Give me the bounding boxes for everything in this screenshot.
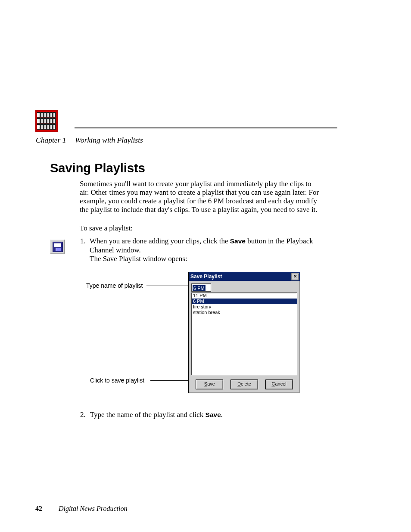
cancel-button[interactable]: Cancel — [265, 380, 293, 389]
playlist-name-value: 6 PM — [193, 285, 206, 291]
delete-accel: D — [237, 381, 241, 386]
playlist-listbox[interactable]: 11 PM 6 PM fire story station break — [191, 292, 297, 375]
callout-name-label: Type name of playlist — [86, 282, 143, 289]
filmstrip-icon — [35, 110, 58, 132]
step1-bold: Save — [230, 237, 246, 245]
step2-bold: Save — [206, 411, 221, 418]
delete-rest: elete — [241, 381, 251, 386]
page-heading: Saving Playlists — [50, 161, 145, 175]
floppy-disk-icon — [53, 242, 63, 252]
dialog-button-row: Save Delete Cancel — [189, 380, 300, 389]
close-button[interactable]: ✕ — [291, 273, 299, 280]
step-number: 1. — [80, 237, 86, 246]
to-save-line: To save a playlist: — [80, 224, 133, 233]
dialog-title: Save Playlist — [190, 274, 222, 280]
chapter-label: Chapter 1 — [36, 136, 66, 145]
list-item[interactable]: fire story — [192, 304, 297, 310]
callout-save-line — [150, 380, 192, 381]
save-rest: ave — [207, 381, 215, 386]
step2-pre: Type the name of the playlist and click — [90, 411, 206, 419]
page-number: 42 — [35, 505, 42, 513]
cancel-rest: ancel — [275, 381, 286, 386]
intro-paragraph: Sometimes you'll want to create your pla… — [80, 180, 320, 214]
step1-pre: When you are done adding your clips, cli… — [90, 237, 230, 245]
step-1: 1. When you are done adding your clips, … — [80, 237, 319, 255]
footer-title: Digital News Production — [59, 505, 127, 513]
dialog-titlebar[interactable]: Save Playlist ✕ — [189, 272, 300, 281]
delete-button[interactable]: Delete — [230, 380, 258, 389]
save-toolbar-icon — [50, 239, 65, 254]
step2-post: . — [221, 411, 223, 419]
step-2: 2. Type the name of the playlist and cli… — [80, 411, 223, 419]
document-page: Chapter 1 Working with Playlists Saving … — [0, 0, 411, 532]
callout-save-label: Click to save playlist — [90, 377, 144, 384]
list-item[interactable]: 11 PM — [192, 293, 297, 299]
step1-followup: The Save Playlist window opens: — [90, 255, 187, 263]
close-icon: ✕ — [293, 274, 297, 279]
list-item[interactable]: station break — [192, 310, 297, 315]
header-rule — [75, 128, 337, 128]
callout-name-line — [146, 286, 188, 286]
save-button[interactable]: Save — [196, 380, 223, 389]
chapter-title: Working with Playlists — [75, 136, 143, 145]
step-number: 2. — [80, 411, 86, 419]
save-playlist-dialog: Save Playlist ✕ 6 PM 11 PM 6 PM fire sto… — [188, 272, 300, 393]
playlist-name-input[interactable]: 6 PM — [191, 283, 211, 292]
list-item[interactable]: 6 PM — [192, 299, 297, 304]
